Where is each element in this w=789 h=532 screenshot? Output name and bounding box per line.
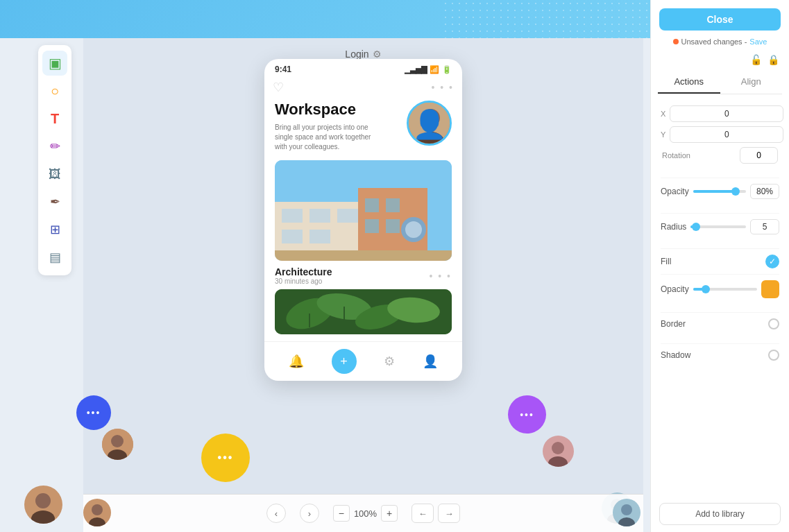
unsaved-dot [673,39,679,44]
tool-rectangle[interactable]: ▣ [42,51,67,76]
svg-point-2 [417,132,445,144]
opacity-value[interactable] [750,184,779,199]
more-dots[interactable]: • • • [432,82,454,93]
prev-button[interactable]: ‹ [266,504,286,523]
shadow-toggle[interactable] [768,350,779,361]
fill-row: Fill ✓ [661,248,779,274]
fill-label: Fill [661,257,671,266]
bubble-dots-yellow: ••• [218,452,234,464]
svg-point-29 [35,493,51,508]
heart-icon[interactable]: ♡ [273,80,284,95]
tab-align[interactable]: Align [720,71,783,94]
bottom-bar: ‹ › − 100% + ← → [83,494,643,532]
tool-components[interactable]: ⊞ [42,217,67,242]
phone-content: Workspace Bring all your projects into o… [264,101,462,341]
fill-opacity-slider[interactable] [693,288,757,291]
bubble-dots-purple: ••• [520,409,534,420]
svg-rect-8 [282,230,303,243]
arch-more[interactable]: • • • [430,271,452,282]
zoom-plus[interactable]: + [381,505,398,522]
unlock-icon[interactable]: 🔓 [750,54,762,65]
arch-info: Architecture 30 minutes ago [275,266,332,285]
svg-rect-12 [386,198,400,212]
svg-rect-5 [282,209,303,223]
leaf-image [275,289,452,334]
opacity-track [693,190,746,193]
workspace-section: Workspace Bring all your projects into o… [275,101,452,152]
wifi-icon: 📶 [430,65,439,74]
panel-tabs: Actions Align [658,71,782,94]
workspace-desc: Bring all your projects into one single … [275,123,379,152]
arrow-right-button[interactable]: → [438,504,460,523]
zoom-value: 100% [354,508,377,519]
chat-bubble-blue: ••• [76,395,111,430]
radius-label: Radius [661,222,686,232]
workspace-text: Workspace Bring all your projects into o… [275,101,379,152]
x-label: X [661,110,665,118]
x-input[interactable] [670,105,783,122]
lock-icon[interactable]: 🔒 [767,54,779,65]
tool-text[interactable]: T [42,106,67,131]
shadow-row: Shadow [661,343,779,366]
fill-section: Fill ✓ Opacity [651,244,789,308]
bottom-right-avatar [613,499,640,526]
fill-opacity-row: Opacity [661,274,779,304]
close-button[interactable]: Close [659,8,781,31]
fill-opacity-label: Opacity [661,284,689,294]
svg-point-38 [92,504,103,515]
login-text: Login [345,49,368,60]
phone-toolbar: ♡ • • • [264,77,462,101]
card-image [275,160,452,261]
chat-bubble-purple: ••• [508,395,546,434]
bottom-avatar [83,499,111,526]
fill-check[interactable]: ✓ [765,255,779,268]
phone-profile-icon[interactable]: 👤 [423,354,438,369]
radius-track [690,225,746,228]
phone-fab[interactable]: + [332,349,357,374]
phone-bell-icon[interactable]: 🔔 [289,354,304,369]
svg-rect-13 [365,219,379,233]
border-toggle[interactable] [768,318,779,329]
svg-rect-7 [337,209,358,223]
radius-slider[interactable] [690,225,746,228]
phone-settings-icon[interactable]: ⚙ [384,354,395,369]
tool-layers[interactable]: ▤ [42,245,67,270]
svg-rect-9 [309,230,330,243]
arrow-left-button[interactable]: ← [412,504,434,523]
login-label: Login ⚙ [345,49,381,60]
tool-image[interactable]: 🖼 [42,162,67,187]
radius-value[interactable] [750,219,779,234]
phone-status-bar: 9:41 ▁▃▅▇ 📶 🔋 [264,59,462,77]
gear-icon[interactable]: ⚙ [373,49,382,60]
opacity-label: Opacity [661,187,689,196]
bubble-dots-blue: ••• [87,407,101,418]
zoom-minus[interactable]: − [333,505,350,522]
fill-opacity-thumb[interactable] [702,285,710,293]
color-swatch[interactable] [761,280,779,298]
left-toolbar: ▣ ○ T ✏ 🖼 ✒ ⊞ ▤ [38,45,71,275]
rotation-row: Rotation [661,147,779,164]
border-section: Border [651,308,789,339]
tab-actions[interactable]: Actions [658,71,720,94]
next-button[interactable]: › [300,504,319,523]
radius-thumb[interactable] [692,223,700,231]
workspace-title: Workspace [275,101,379,119]
radius-row: Radius [661,213,779,240]
unsaved-bar: Unsaved changes - Save [651,35,789,51]
rotation-input[interactable] [740,147,778,164]
shadow-label: Shadow [661,350,690,360]
tool-pencil[interactable]: ✒ [42,189,67,214]
unsaved-text: Unsaved changes - [681,37,747,46]
arch-title: Architecture [275,266,332,277]
lock-icons-row: 🔓 🔒 [651,51,789,71]
opacity-slider[interactable] [693,190,746,193]
tool-pen[interactable]: ✏ [42,134,67,159]
svg-point-1 [422,109,440,127]
add-library-button[interactable]: Add to library [659,503,781,525]
y-input[interactable] [670,126,783,143]
opacity-thumb[interactable] [731,187,740,196]
save-link[interactable]: Save [749,37,767,46]
avatar-thumb-right-1 [543,436,574,467]
tool-ellipse[interactable]: ○ [42,78,67,103]
opacity-fill [693,190,736,193]
